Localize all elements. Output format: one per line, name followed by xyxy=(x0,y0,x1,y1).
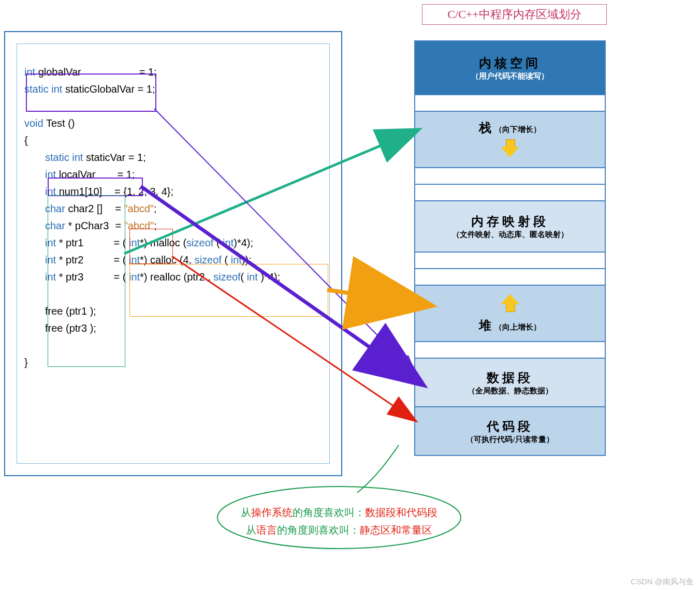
t: 数据段和 xyxy=(365,507,406,518)
callout-text: 从操作系统的角度喜欢叫：数据段和代码段 从语言的角度则喜欢叫：静态区和常量区 xyxy=(241,504,438,539)
code-text: = 1; xyxy=(128,152,146,163)
t: 的角度喜欢叫： xyxy=(293,507,365,518)
region-subtitle: （可执行代码/只读常量） xyxy=(416,435,604,445)
region-title: 代码段 xyxy=(416,418,604,435)
t: 代码段 xyxy=(406,507,438,518)
box-global-vars xyxy=(26,73,156,112)
code-text: ; xyxy=(154,203,157,214)
region-dataseg: 数据段 （全局数据、静态数据） xyxy=(415,358,605,407)
region-stack: 栈 （向下增长） xyxy=(415,111,605,168)
region-gap xyxy=(415,95,605,111)
string-literal: "abcd" xyxy=(124,203,154,214)
fn-name: Test () xyxy=(43,117,75,129)
region-title: 内存映射段 xyxy=(416,213,604,230)
t: 操作系统 xyxy=(251,507,293,518)
region-title: 堆 xyxy=(479,319,492,332)
region-kernel: 内核空间 （用户代码不能读写） xyxy=(415,41,605,95)
box-malloc-calls xyxy=(129,264,328,317)
t: 语言 xyxy=(256,524,277,536)
brace-open: { xyxy=(24,132,324,149)
t: 从 xyxy=(246,524,256,536)
region-heap: 堆 （向上增长） xyxy=(415,285,605,342)
region-subtitle: （用户代码不能读写） xyxy=(416,71,604,81)
region-title: 数据段 xyxy=(416,370,604,386)
region-gap xyxy=(415,269,605,285)
region-subtitle: （文件映射、动态库、匿名映射） xyxy=(416,230,604,240)
region-codeseg: 代码段 （可执行代码/只读常量） xyxy=(415,407,605,455)
box-string-literals xyxy=(129,229,173,264)
t: 静态区和常量区 xyxy=(360,524,432,536)
region-title: 内核空间 xyxy=(416,55,604,71)
region-gap xyxy=(415,342,605,358)
fn-sizeof: sizeof xyxy=(186,237,213,248)
box-local-vars xyxy=(48,195,125,367)
t: 从 xyxy=(241,507,251,518)
region-mmap: 内存映射段 （文件映射、动态库、匿名映射） xyxy=(415,201,605,252)
code-text: ( xyxy=(213,237,223,248)
region-gap xyxy=(415,184,605,201)
code-text: staticVar xyxy=(83,152,128,163)
code-text: )*4); xyxy=(234,237,253,248)
kw-int: int xyxy=(223,237,234,248)
box-static-var xyxy=(48,178,143,196)
region-subtitle: （全局数据、静态数据） xyxy=(416,386,604,396)
kw-void: void xyxy=(24,117,43,129)
region-gap xyxy=(415,168,605,184)
memory-regions-table: 内核空间 （用户代码不能读写） 栈 （向下增长） 内存映射段 （文件映射、动态库… xyxy=(414,40,606,456)
region-gap xyxy=(415,252,605,269)
t: 的角度则喜欢叫： xyxy=(277,524,360,536)
region-subtitle: （向上增长） xyxy=(494,323,541,331)
watermark: CSDN @南风与鱼 xyxy=(631,577,694,587)
page-title: C/C++中程序内存区域划分 xyxy=(422,4,607,25)
callout-bubble: 从操作系统的角度喜欢叫：数据段和代码段 从语言的角度则喜欢叫：静态区和常量区 xyxy=(215,484,463,551)
region-subtitle: （向下增长） xyxy=(494,125,541,134)
arrow-down-icon xyxy=(500,139,520,158)
arrow-up-icon xyxy=(500,293,520,312)
kw-static-int: static int xyxy=(45,152,83,163)
region-title: 栈 xyxy=(479,121,492,135)
